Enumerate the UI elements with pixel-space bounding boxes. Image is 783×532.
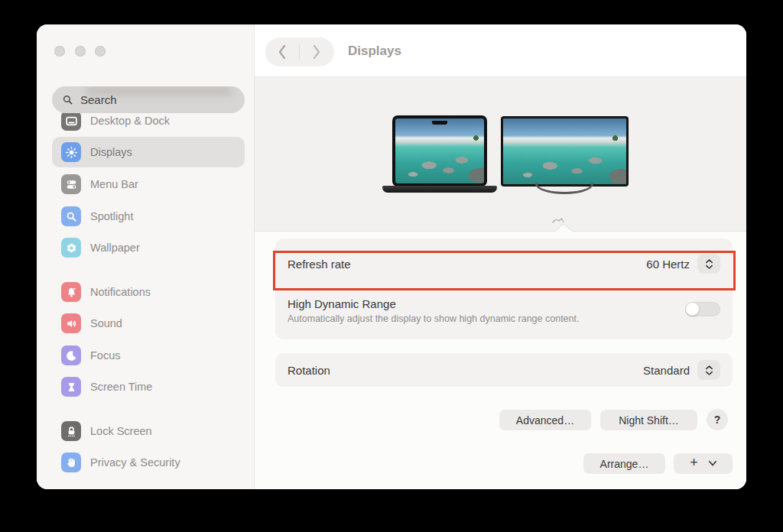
chevron-left-icon bbox=[278, 44, 287, 60]
sidebar-item-label: Sound bbox=[90, 317, 122, 329]
monitor-stand bbox=[535, 183, 593, 194]
chevron-right-icon bbox=[312, 44, 321, 60]
forward-button[interactable] bbox=[300, 37, 333, 66]
refresh-hdr-group: Refresh rate 60 Hertz High Dynamic Range… bbox=[275, 238, 733, 339]
sidebar-item-lock-screen[interactable]: Lock Screen bbox=[61, 420, 246, 443]
sidebar-item-wallpaper[interactable]: Wallpaper bbox=[61, 236, 246, 259]
sidebar-item-spotlight[interactable]: Spotlight bbox=[61, 205, 246, 228]
sound-icon bbox=[61, 313, 81, 333]
sidebar-item-sound[interactable]: Sound bbox=[61, 312, 246, 335]
zoom-icon[interactable] bbox=[95, 46, 106, 57]
wallpaper-icon bbox=[61, 238, 81, 258]
toggle-knob bbox=[686, 303, 699, 316]
minimize-icon[interactable] bbox=[75, 46, 86, 57]
privacy-security-icon bbox=[61, 453, 81, 472]
sidebar-item-label: Wallpaper bbox=[90, 242, 140, 254]
arrange-button[interactable]: Arrange… bbox=[583, 453, 665, 474]
sidebar-item-screen-time[interactable]: Screen Time bbox=[61, 375, 246, 398]
refresh-rate-stepper[interactable] bbox=[697, 254, 720, 274]
display-preview-band: Built-in Display BenQ PD2730S bbox=[255, 76, 746, 231]
notifications-icon bbox=[61, 282, 81, 302]
sidebar-item-label: Notifications bbox=[90, 286, 151, 298]
back-button[interactable] bbox=[265, 37, 299, 66]
refresh-rate-label: Refresh rate bbox=[288, 258, 351, 271]
builtin-display-thumbnail[interactable] bbox=[392, 115, 487, 187]
screen-time-icon bbox=[61, 377, 81, 397]
advanced-button[interactable]: Advanced… bbox=[499, 410, 591, 430]
hdr-toggle[interactable] bbox=[685, 302, 720, 316]
laptop-notch bbox=[432, 121, 447, 125]
refresh-rate-value: 60 Hertz bbox=[646, 258, 690, 271]
sidebar-item-label: Menu Bar bbox=[90, 178, 138, 190]
search-icon bbox=[62, 94, 73, 105]
rotation-stepper[interactable] bbox=[697, 360, 720, 380]
selected-display-callout-arrow bbox=[554, 223, 573, 232]
hdr-row: High Dynamic Range Automatically adjust … bbox=[275, 289, 733, 339]
sidebar-item-label: Focus bbox=[90, 349, 121, 362]
nav-pill bbox=[265, 37, 334, 66]
search-input[interactable]: Search bbox=[52, 86, 245, 113]
desktop-dock-icon bbox=[61, 111, 81, 131]
sidebar-item-label: Screen Time bbox=[90, 381, 152, 393]
up-down-chevrons-icon bbox=[705, 258, 713, 270]
sidebar: Desktop & Dock Displays Menu Bar Spotlig… bbox=[37, 24, 255, 489]
sidebar-item-notifications[interactable]: Notifications bbox=[61, 281, 246, 303]
refresh-rate-row: Refresh rate 60 Hertz bbox=[275, 238, 733, 289]
plus-icon: + bbox=[690, 455, 698, 471]
sidebar-item-label: Lock Screen bbox=[90, 425, 152, 437]
sidebar-item-label: Spotlight bbox=[90, 210, 133, 222]
rotation-group: Rotation Standard bbox=[275, 353, 733, 387]
focus-icon bbox=[61, 345, 81, 365]
lock-screen-icon bbox=[61, 421, 81, 441]
sidebar-item-label: Displays bbox=[90, 146, 132, 158]
main-pane: Displays Built-in Display BenQ PD2730S R… bbox=[255, 24, 746, 489]
chevron-down-icon bbox=[709, 461, 716, 466]
displays-icon bbox=[61, 142, 81, 162]
help-button[interactable]: ? bbox=[707, 409, 728, 430]
rotation-value: Standard bbox=[643, 364, 690, 377]
sidebar-item-focus[interactable]: Focus bbox=[61, 344, 246, 367]
sidebar-item-label: Privacy & Security bbox=[90, 456, 180, 469]
up-down-chevrons-icon bbox=[705, 365, 713, 376]
display-settings-panel: Refresh rate 60 Hertz High Dynamic Range… bbox=[255, 231, 746, 489]
add-display-button[interactable]: + bbox=[674, 453, 733, 474]
close-icon[interactable] bbox=[54, 46, 65, 57]
spotlight-icon bbox=[61, 206, 81, 226]
night-shift-button[interactable]: Night Shift… bbox=[600, 410, 697, 430]
sidebar-item-menu-bar[interactable]: Menu Bar bbox=[61, 173, 246, 196]
rotation-label: Rotation bbox=[288, 364, 330, 377]
rotation-row: Rotation Standard bbox=[275, 353, 733, 387]
hdr-description: Automatically adjust the display to show… bbox=[288, 313, 579, 324]
page-title: Displays bbox=[348, 44, 401, 59]
sidebar-item-privacy-security[interactable]: Privacy & Security bbox=[61, 451, 246, 474]
external-display-thumbnail[interactable] bbox=[501, 116, 629, 187]
sidebar-item-label: Desktop & Dock bbox=[90, 115, 170, 127]
system-settings-window: Desktop & Dock Displays Menu Bar Spotlig… bbox=[37, 24, 746, 489]
sidebar-item-displays[interactable]: Displays bbox=[61, 141, 246, 164]
menu-bar-icon bbox=[61, 174, 81, 194]
search-placeholder: Search bbox=[80, 93, 117, 106]
hdr-label: High Dynamic Range bbox=[288, 297, 579, 310]
laptop-base bbox=[382, 186, 497, 193]
